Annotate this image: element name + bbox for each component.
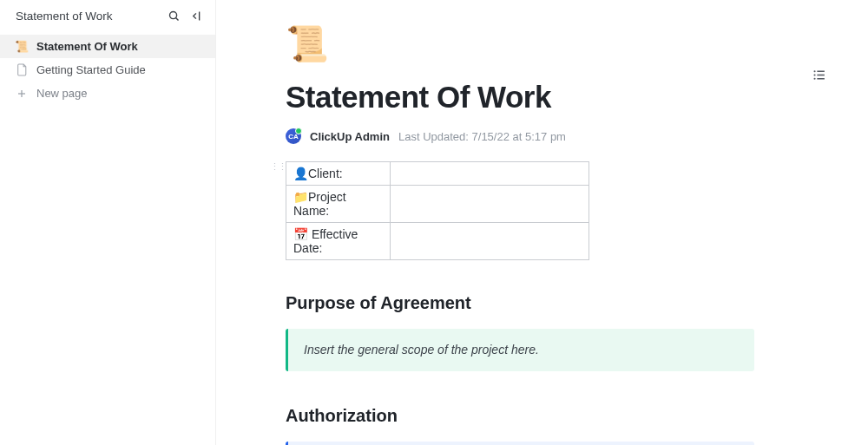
workspace-title: Statement of Work <box>16 10 113 23</box>
sidebar-header: Statement of Work <box>0 9 215 31</box>
table-of-contents-icon[interactable] <box>812 68 826 82</box>
cell-value[interactable] <box>391 186 589 223</box>
sidebar-new-page[interactable]: New page <box>0 82 215 105</box>
last-updated: Last Updated: 7/15/22 at 5:17 pm <box>398 130 566 143</box>
document-icon <box>16 63 28 76</box>
callout-text: Insert the general scope of the project … <box>304 341 539 359</box>
svg-point-0 <box>169 11 176 18</box>
calendar-icon: 📅 <box>293 227 308 241</box>
section-heading-authorization[interactable]: Authorization <box>286 406 754 426</box>
sidebar-item-statement-of-work[interactable]: 📜 Statement Of Work <box>0 35 215 58</box>
drag-handle-icon[interactable]: ⋮⋮ <box>270 161 286 173</box>
person-icon: 👤 <box>293 167 308 180</box>
section-heading-purpose[interactable]: Purpose of Agreement <box>286 293 754 313</box>
callout-purpose[interactable]: Insert the general scope of the project … <box>286 329 754 371</box>
cell-value[interactable] <box>391 223 589 260</box>
document-header-icon[interactable]: 📜 <box>286 26 324 64</box>
document-meta: CA ClickUp Admin Last Updated: 7/15/22 a… <box>286 128 754 144</box>
document-canvas: 📜 Statement Of Work CA ClickUp Admin Las… <box>216 0 868 445</box>
table-row: 📁Project Name: <box>286 186 589 223</box>
table-row: 👤Client: <box>286 162 589 186</box>
collapse-sidebar-icon[interactable] <box>189 9 203 23</box>
cell-label: Client: <box>308 167 343 180</box>
cell-value[interactable] <box>391 162 589 186</box>
callout-authorization[interactable]: 👆 This is the section where the client w… <box>286 442 754 445</box>
page-title[interactable]: Statement Of Work <box>286 80 754 115</box>
table-row: 📅 Effective Date: <box>286 223 589 260</box>
document: 📜 Statement Of Work CA ClickUp Admin Las… <box>286 26 754 445</box>
sidebar-item-label: Statement Of Work <box>36 40 138 53</box>
folder-icon: 📁 <box>293 190 308 204</box>
author-name[interactable]: ClickUp Admin <box>310 130 390 143</box>
sidebar-item-getting-started[interactable]: Getting Started Guide <box>0 58 215 82</box>
search-icon[interactable] <box>167 9 181 23</box>
sidebar-nav: 📜 Statement Of Work Getting Started Guid… <box>0 31 215 105</box>
svg-line-1 <box>175 17 178 20</box>
sidebar-item-label: Getting Started Guide <box>36 63 146 76</box>
sidebar: Statement of Work 📜 Statement Of Work Ge… <box>0 0 216 445</box>
info-table[interactable]: 👤Client: 📁Project Name: 📅 Effective Date… <box>286 161 589 260</box>
scroll-icon: 📜 <box>16 40 28 53</box>
new-page-label: New page <box>36 87 88 100</box>
author-avatar[interactable]: CA <box>286 128 301 144</box>
plus-icon <box>16 88 28 99</box>
